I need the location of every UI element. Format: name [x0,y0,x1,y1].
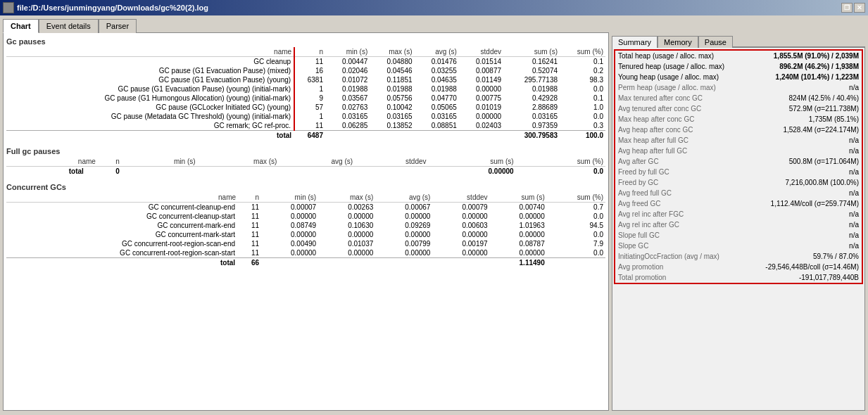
full-gc-max [198,167,279,177]
row-name: GC pause (G1 Evacuation Pause) (mixed) [6,66,294,75]
stats-row: Max heap after full GC n/a [615,135,862,146]
row-max: 0.00000 [318,248,375,258]
row-sum-s: 0.42928 [503,94,560,103]
total-n: 6487 [294,131,325,141]
row-sum-pct: 1.0 [560,103,605,112]
tab-chart[interactable]: Chart [3,19,39,33]
col-min: min (s) [325,47,370,57]
full-gc-avg [279,167,355,177]
full-gc-sum-pct: 0.0 [516,167,605,177]
row-name: GC concurrent-root-region-scan-end [6,239,238,248]
row-sum-s: 0.97359 [503,121,560,131]
stat-value: n/a [751,146,862,156]
conc-total-stddev [432,258,489,268]
row-avg: 0.09269 [375,221,432,230]
row-max: 0.13852 [370,121,414,131]
row-avg: 0.04635 [415,75,459,84]
stats-row: Avg freed GC 1,112.4M/coll (σ=259.774M) [615,198,862,209]
row-name: GC pause (G1 Evacuation Pause) (young) [6,75,294,84]
full-gc-pauses-table: name n min (s) max (s) avg (s) stddev su… [6,157,605,176]
stat-label: InitiatingOccFraction (avg / max) [615,251,751,262]
row-avg: 0.00000 [375,248,432,258]
col-stddev-cg: stddev [432,193,489,203]
right-tab-summary[interactable]: Summary [612,36,658,48]
table-row: GC concurrent-mark-start 11 0.00000 0.00… [6,230,605,239]
col-sum-s: sum (s) [503,47,560,57]
row-sum-pct: 98.3 [560,75,605,84]
total-max [370,131,414,141]
row-min: 0.00000 [261,248,318,258]
restore-button[interactable]: ❐ [841,3,853,13]
right-panel-wrapper: Summary Memory Pause Total heap (usage /… [612,32,865,411]
stats-row: InitiatingOccFraction (avg / max) 59.7% … [615,251,862,262]
row-sum-pct: 0.3 [560,121,605,131]
col-avg-cg: avg (s) [375,193,432,203]
row-name: GC concurrent-cleanup-start [6,212,238,221]
close-button[interactable]: ✕ [854,3,865,13]
full-gc-sum-s: 0.00000 [429,167,516,177]
stat-label: Perm heap (usage / alloc. max) [615,82,751,93]
row-avg: 0.03165 [415,112,459,121]
tab-event-details[interactable]: Event details [39,19,99,33]
row-sum-s: 0.00000 [490,212,547,221]
stat-value: 1,855.5M (91.0%) / 2,039M [751,51,862,61]
row-stddev: 0.00000 [432,248,489,258]
memory-stats-table: Total heap (usage / alloc. max) 1,855.5M… [615,51,862,283]
row-sum-s: 1.01963 [490,221,547,230]
col-stddev-fg: stddev [355,157,428,167]
stats-row: Perm heap (usage / alloc. max) n/a [615,82,862,93]
row-avg: 0.08851 [415,121,459,131]
right-tab-memory[interactable]: Memory [658,36,698,48]
row-min: 0.06285 [325,121,370,131]
stat-value: 59.7% / 87.0% [751,251,862,262]
row-name: GC concurrent-mark-start [6,230,238,239]
total-sum-pct: 100.0 [560,131,605,141]
stat-value: 1,112.4M/coll (σ=259.774M) [751,198,862,209]
tab-parser[interactable]: Parser [99,19,137,33]
row-min: 0.00490 [261,239,318,248]
stats-row: Avg tenured after conc GC 572.9M (σ=211.… [615,103,862,114]
concurrent-gcs-table: name n min (s) max (s) avg (s) stddev su… [6,193,605,267]
stat-label: Max heap after full GC [615,135,751,146]
full-gc-min [122,167,198,177]
row-sum-s: 0.03165 [503,112,560,121]
row-avg: 0.01476 [415,57,459,67]
col-avg-fg: avg (s) [279,157,355,167]
title-text: file:/D:/Users/junmingyang/Downloads/gc%… [17,4,208,12]
full-gc-total-label: total [6,167,98,177]
row-sum-s: 0.16241 [503,57,560,67]
row-n: 11 [294,57,325,67]
row-n: 16 [294,66,325,75]
row-min: 0.00007 [261,203,318,212]
row-stddev: 0.00197 [432,239,489,248]
table-row: GC pause (G1 Evacuation Pause) (young) (… [6,84,605,94]
total-stddev [459,131,503,141]
stat-label: Max tenured after conc GC [615,93,751,103]
row-avg: 0.03255 [415,66,459,75]
right-tab-pause[interactable]: Pause [698,36,733,48]
table-row: GC concurrent-root-region-scan-end 11 0.… [6,239,605,248]
conc-total-n: 66 [238,258,261,268]
right-panel: Summary Memory Pause Total heap (usage /… [612,32,865,411]
concurrent-total-row: total 66 1.11490 [6,258,605,268]
row-avg: 0.04770 [415,94,459,103]
row-min: 0.03567 [325,94,370,103]
stats-row: Avg after GC 500.8M (σ=171.064M) [615,156,862,167]
table-row: GC cleanup 11 0.00447 0.04880 0.01476 0.… [6,57,605,67]
row-min: 0.08749 [261,221,318,230]
stat-value: 1,240M (101.4%) / 1,223M [751,72,862,82]
col-name-cg: name [6,193,238,203]
stat-value: n/a [751,230,862,241]
stat-value: n/a [751,135,862,146]
row-name: GC concurrent-mark-end [6,221,238,230]
row-sum-s: 0.08787 [490,239,547,248]
title-bar: file:/D:/Users/junmingyang/Downloads/gc%… [0,0,868,15]
row-min: 0.01988 [325,84,370,94]
stat-label: Avg promotion [615,262,751,272]
row-sum-s: 0.00740 [490,203,547,212]
concurrent-gcs-header: Concurrent GCs [6,181,605,193]
row-max: 0.03165 [370,112,414,121]
stat-value: n/a [751,167,862,177]
conc-total-min [261,258,318,268]
row-stddev: 0.01019 [459,103,503,112]
